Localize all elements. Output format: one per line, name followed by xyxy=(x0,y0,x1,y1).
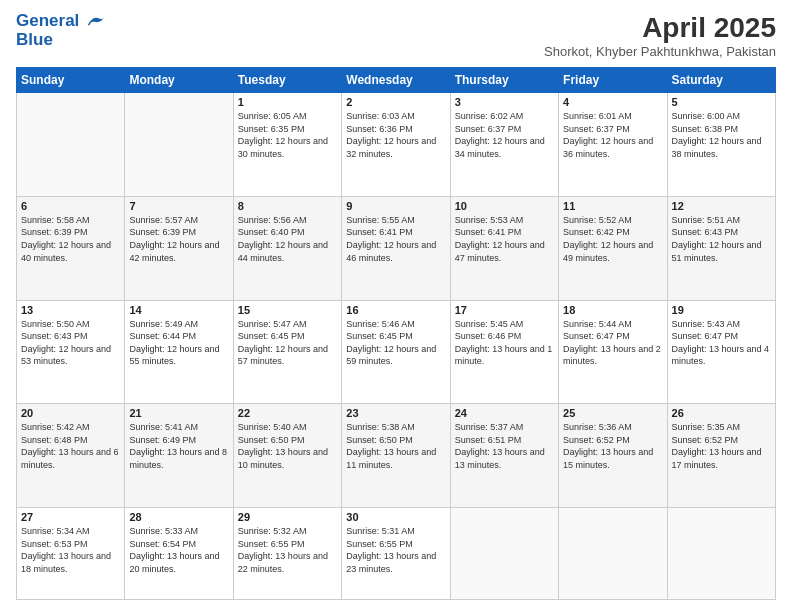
cell-info: Sunrise: 5:50 AM Sunset: 6:43 PM Dayligh… xyxy=(21,318,120,368)
calendar-cell: 3Sunrise: 6:02 AM Sunset: 6:37 PM Daylig… xyxy=(450,93,558,197)
cell-info: Sunrise: 5:40 AM Sunset: 6:50 PM Dayligh… xyxy=(238,421,337,471)
calendar-cell: 6Sunrise: 5:58 AM Sunset: 6:39 PM Daylig… xyxy=(17,196,125,300)
day-number: 16 xyxy=(346,304,445,316)
weekday-header-thursday: Thursday xyxy=(450,68,558,93)
calendar-cell: 18Sunrise: 5:44 AM Sunset: 6:47 PM Dayli… xyxy=(559,300,667,404)
day-number: 9 xyxy=(346,200,445,212)
calendar-cell: 30Sunrise: 5:31 AM Sunset: 6:55 PM Dayli… xyxy=(342,508,450,600)
calendar-cell: 15Sunrise: 5:47 AM Sunset: 6:45 PM Dayli… xyxy=(233,300,341,404)
title-area: April 2025 Shorkot, Khyber Pakhtunkhwa, … xyxy=(544,12,776,59)
calendar-cell: 22Sunrise: 5:40 AM Sunset: 6:50 PM Dayli… xyxy=(233,404,341,508)
cell-info: Sunrise: 5:56 AM Sunset: 6:40 PM Dayligh… xyxy=(238,214,337,264)
day-number: 18 xyxy=(563,304,662,316)
day-number: 13 xyxy=(21,304,120,316)
day-number: 22 xyxy=(238,407,337,419)
day-number: 3 xyxy=(455,96,554,108)
calendar-cell: 23Sunrise: 5:38 AM Sunset: 6:50 PM Dayli… xyxy=(342,404,450,508)
calendar-week-row: 13Sunrise: 5:50 AM Sunset: 6:43 PM Dayli… xyxy=(17,300,776,404)
day-number: 10 xyxy=(455,200,554,212)
cell-info: Sunrise: 5:57 AM Sunset: 6:39 PM Dayligh… xyxy=(129,214,228,264)
weekday-header-friday: Friday xyxy=(559,68,667,93)
calendar-cell: 1Sunrise: 6:05 AM Sunset: 6:35 PM Daylig… xyxy=(233,93,341,197)
cell-info: Sunrise: 5:52 AM Sunset: 6:42 PM Dayligh… xyxy=(563,214,662,264)
calendar-table: SundayMondayTuesdayWednesdayThursdayFrid… xyxy=(16,67,776,600)
day-number: 15 xyxy=(238,304,337,316)
cell-info: Sunrise: 5:55 AM Sunset: 6:41 PM Dayligh… xyxy=(346,214,445,264)
cell-info: Sunrise: 5:32 AM Sunset: 6:55 PM Dayligh… xyxy=(238,525,337,575)
cell-info: Sunrise: 5:31 AM Sunset: 6:55 PM Dayligh… xyxy=(346,525,445,575)
calendar-cell: 11Sunrise: 5:52 AM Sunset: 6:42 PM Dayli… xyxy=(559,196,667,300)
day-number: 7 xyxy=(129,200,228,212)
cell-info: Sunrise: 5:44 AM Sunset: 6:47 PM Dayligh… xyxy=(563,318,662,368)
day-number: 25 xyxy=(563,407,662,419)
cell-info: Sunrise: 5:47 AM Sunset: 6:45 PM Dayligh… xyxy=(238,318,337,368)
logo-general: General xyxy=(16,11,79,30)
cell-info: Sunrise: 6:05 AM Sunset: 6:35 PM Dayligh… xyxy=(238,110,337,160)
month-title: April 2025 xyxy=(544,12,776,44)
day-number: 1 xyxy=(238,96,337,108)
calendar-cell: 24Sunrise: 5:37 AM Sunset: 6:51 PM Dayli… xyxy=(450,404,558,508)
calendar-cell: 13Sunrise: 5:50 AM Sunset: 6:43 PM Dayli… xyxy=(17,300,125,404)
calendar-cell xyxy=(450,508,558,600)
calendar-cell: 19Sunrise: 5:43 AM Sunset: 6:47 PM Dayli… xyxy=(667,300,775,404)
calendar-week-row: 6Sunrise: 5:58 AM Sunset: 6:39 PM Daylig… xyxy=(17,196,776,300)
day-number: 6 xyxy=(21,200,120,212)
day-number: 14 xyxy=(129,304,228,316)
day-number: 17 xyxy=(455,304,554,316)
cell-info: Sunrise: 6:01 AM Sunset: 6:37 PM Dayligh… xyxy=(563,110,662,160)
cell-info: Sunrise: 5:38 AM Sunset: 6:50 PM Dayligh… xyxy=(346,421,445,471)
calendar-week-row: 27Sunrise: 5:34 AM Sunset: 6:53 PM Dayli… xyxy=(17,508,776,600)
day-number: 24 xyxy=(455,407,554,419)
day-number: 5 xyxy=(672,96,771,108)
calendar-cell xyxy=(667,508,775,600)
location-subtitle: Shorkot, Khyber Pakhtunkhwa, Pakistan xyxy=(544,44,776,59)
day-number: 23 xyxy=(346,407,445,419)
cell-info: Sunrise: 5:34 AM Sunset: 6:53 PM Dayligh… xyxy=(21,525,120,575)
calendar-cell: 4Sunrise: 6:01 AM Sunset: 6:37 PM Daylig… xyxy=(559,93,667,197)
weekday-header-row: SundayMondayTuesdayWednesdayThursdayFrid… xyxy=(17,68,776,93)
calendar-cell: 16Sunrise: 5:46 AM Sunset: 6:45 PM Dayli… xyxy=(342,300,450,404)
day-number: 30 xyxy=(346,511,445,523)
calendar-cell xyxy=(559,508,667,600)
cell-info: Sunrise: 5:43 AM Sunset: 6:47 PM Dayligh… xyxy=(672,318,771,368)
calendar-cell: 10Sunrise: 5:53 AM Sunset: 6:41 PM Dayli… xyxy=(450,196,558,300)
day-number: 19 xyxy=(672,304,771,316)
header: General Blue April 2025 Shorkot, Khyber … xyxy=(16,12,776,59)
cell-info: Sunrise: 5:35 AM Sunset: 6:52 PM Dayligh… xyxy=(672,421,771,471)
logo: General Blue xyxy=(16,12,106,49)
cell-info: Sunrise: 5:41 AM Sunset: 6:49 PM Dayligh… xyxy=(129,421,228,471)
cell-info: Sunrise: 5:51 AM Sunset: 6:43 PM Dayligh… xyxy=(672,214,771,264)
calendar-cell: 8Sunrise: 5:56 AM Sunset: 6:40 PM Daylig… xyxy=(233,196,341,300)
cell-info: Sunrise: 6:00 AM Sunset: 6:38 PM Dayligh… xyxy=(672,110,771,160)
calendar-cell: 28Sunrise: 5:33 AM Sunset: 6:54 PM Dayli… xyxy=(125,508,233,600)
calendar-cell: 12Sunrise: 5:51 AM Sunset: 6:43 PM Dayli… xyxy=(667,196,775,300)
calendar-cell xyxy=(125,93,233,197)
calendar-cell: 27Sunrise: 5:34 AM Sunset: 6:53 PM Dayli… xyxy=(17,508,125,600)
cell-info: Sunrise: 5:46 AM Sunset: 6:45 PM Dayligh… xyxy=(346,318,445,368)
calendar-week-row: 20Sunrise: 5:42 AM Sunset: 6:48 PM Dayli… xyxy=(17,404,776,508)
calendar-page: General Blue April 2025 Shorkot, Khyber … xyxy=(0,0,792,612)
cell-info: Sunrise: 6:02 AM Sunset: 6:37 PM Dayligh… xyxy=(455,110,554,160)
cell-info: Sunrise: 5:58 AM Sunset: 6:39 PM Dayligh… xyxy=(21,214,120,264)
calendar-cell: 14Sunrise: 5:49 AM Sunset: 6:44 PM Dayli… xyxy=(125,300,233,404)
calendar-cell xyxy=(17,93,125,197)
day-number: 12 xyxy=(672,200,771,212)
day-number: 4 xyxy=(563,96,662,108)
calendar-cell: 25Sunrise: 5:36 AM Sunset: 6:52 PM Dayli… xyxy=(559,404,667,508)
cell-info: Sunrise: 5:45 AM Sunset: 6:46 PM Dayligh… xyxy=(455,318,554,368)
logo-blue: Blue xyxy=(16,31,106,50)
calendar-cell: 9Sunrise: 5:55 AM Sunset: 6:41 PM Daylig… xyxy=(342,196,450,300)
day-number: 28 xyxy=(129,511,228,523)
weekday-header-sunday: Sunday xyxy=(17,68,125,93)
cell-info: Sunrise: 5:49 AM Sunset: 6:44 PM Dayligh… xyxy=(129,318,228,368)
day-number: 27 xyxy=(21,511,120,523)
day-number: 21 xyxy=(129,407,228,419)
calendar-cell: 17Sunrise: 5:45 AM Sunset: 6:46 PM Dayli… xyxy=(450,300,558,404)
calendar-cell: 2Sunrise: 6:03 AM Sunset: 6:36 PM Daylig… xyxy=(342,93,450,197)
cell-info: Sunrise: 6:03 AM Sunset: 6:36 PM Dayligh… xyxy=(346,110,445,160)
calendar-week-row: 1Sunrise: 6:05 AM Sunset: 6:35 PM Daylig… xyxy=(17,93,776,197)
weekday-header-saturday: Saturday xyxy=(667,68,775,93)
calendar-cell: 26Sunrise: 5:35 AM Sunset: 6:52 PM Dayli… xyxy=(667,404,775,508)
day-number: 20 xyxy=(21,407,120,419)
cell-info: Sunrise: 5:42 AM Sunset: 6:48 PM Dayligh… xyxy=(21,421,120,471)
